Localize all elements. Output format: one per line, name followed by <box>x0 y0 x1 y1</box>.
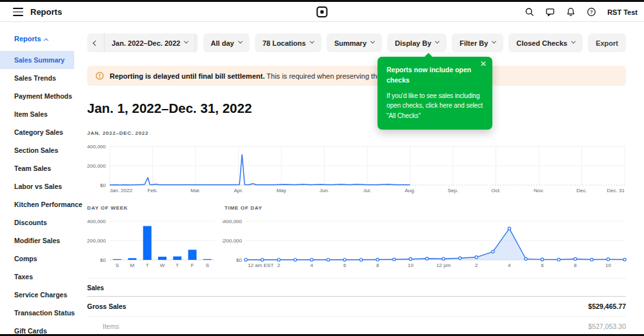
warning-icon <box>96 72 104 80</box>
svg-text:$0: $0 <box>100 257 106 263</box>
svg-text:8: 8 <box>376 262 379 268</box>
svg-text:12 pm: 12 pm <box>436 262 451 268</box>
report-toolbar: Jan. 2022–Dec. 2022 All day78 LocationsS… <box>87 34 626 52</box>
hamburger-menu-icon[interactable] <box>13 8 23 16</box>
filter-button-closed-checks[interactable]: Closed Checks <box>508 34 583 52</box>
chevron-down-icon <box>492 39 496 43</box>
account-name[interactable]: RST Test <box>607 8 638 16</box>
sidebar-item-comps[interactable]: Comps <box>0 250 74 268</box>
monthly-sales-chart: $400,000$200,000$0Jan. 2022Feb.Mar.Apr.M… <box>87 141 632 197</box>
svg-text:W: W <box>160 262 165 268</box>
svg-text:Oct.: Oct. <box>491 188 501 193</box>
sidebar-item-sales-trends[interactable]: Sales Trends <box>0 69 74 87</box>
svg-text:Apr.: Apr. <box>234 188 243 193</box>
header-actions: ? RST Test <box>525 2 638 22</box>
sidebar-item-item-sales[interactable]: Item Sales <box>0 105 74 123</box>
delayed-reporting-banner: Reporting is delayed until final bill se… <box>87 66 626 86</box>
date-range-control: Jan. 2022–Dec. 2022 <box>87 34 198 52</box>
svg-text:4: 4 <box>310 262 314 268</box>
svg-text:10: 10 <box>605 262 611 268</box>
svg-text:Jan. 2022: Jan. 2022 <box>110 188 133 193</box>
sidebar-item-category-sales[interactable]: Category Sales <box>0 123 74 141</box>
svg-text:$0: $0 <box>236 257 242 263</box>
monthly-chart-label: JAN. 2022–DEC. 2022 <box>87 130 148 136</box>
table-row-items[interactable]: Items$527,053.30 <box>87 317 626 336</box>
sales-summary-table: Sales Gross Sales$529,465.77Items$527,05… <box>87 278 626 336</box>
tooltip-body: If you'd like to see sales including ope… <box>387 91 483 121</box>
svg-text:S: S <box>206 262 209 268</box>
svg-text:2: 2 <box>277 262 281 268</box>
day-of-week-chart: $400,000$200,000$0SMTWTFS <box>87 215 224 272</box>
svg-text:Aug.: Aug. <box>405 188 415 193</box>
table-rows: Gross Sales$529,465.77Items$527,053.30 <box>87 297 626 336</box>
svg-text:Jun.: Jun. <box>319 188 329 193</box>
table-section-header: Sales <box>87 279 626 297</box>
sidebar-item-payment-methods[interactable]: Payment Methods <box>0 87 74 105</box>
notifications-bell-icon[interactable] <box>566 7 576 17</box>
svg-text:T: T <box>176 262 179 268</box>
svg-text:$400,000: $400,000 <box>223 219 243 224</box>
square-logo-icon[interactable] <box>317 6 328 17</box>
tooltip-title: Reports now include open checks <box>387 65 483 86</box>
app-title: Reports <box>30 7 62 17</box>
filter-button-display-by[interactable]: Display By <box>387 34 447 52</box>
table-row-gross-sales[interactable]: Gross Sales$529,465.77 <box>87 297 626 317</box>
sidebar-nav-list: Sales SummarySales TrendsPayment Methods… <box>0 51 74 336</box>
messages-icon[interactable] <box>545 7 555 17</box>
next-period-button[interactable] <box>195 34 197 52</box>
search-icon[interactable] <box>525 7 534 17</box>
svg-text:Nov.: Nov. <box>534 188 544 193</box>
sidebar-item-taxes[interactable]: Taxes <box>0 268 74 286</box>
svg-text:6: 6 <box>541 262 544 268</box>
help-icon[interactable]: ? <box>587 7 596 17</box>
chevron-down-icon <box>310 39 314 43</box>
export-button[interactable]: Export <box>588 34 626 52</box>
sidebar-item-section-sales[interactable]: Section Sales <box>0 141 74 159</box>
time-of-day-chart: $400,000$200,000$012 am EST24681012 pm24… <box>223 215 636 272</box>
sidebar-item-labor-vs-sales[interactable]: Labor vs Sales <box>0 177 74 195</box>
chevron-left-icon <box>93 40 98 45</box>
sidebar-item-discounts[interactable]: Discounts <box>0 213 74 232</box>
svg-text:May: May <box>276 188 286 193</box>
svg-text:Mar.: Mar. <box>190 188 201 193</box>
prev-period-button[interactable] <box>87 34 104 52</box>
svg-text:M: M <box>130 262 135 268</box>
app-window: Reports ? RST Test Reports Sales Summary… <box>0 0 644 336</box>
filter-button-filter-by[interactable]: Filter By <box>452 34 503 52</box>
filter-button-all-day[interactable]: All day <box>203 34 250 52</box>
open-checks-tooltip: ✕ Reports now include open checks If you… <box>377 57 492 130</box>
banner-text-bold: Reporting is delayed until final bill se… <box>110 72 265 80</box>
sidebar-item-transaction-status[interactable]: Transaction Status <box>0 304 74 322</box>
sidebar-section-label: Reports <box>14 35 41 43</box>
sidebar-section-reports[interactable]: Reports <box>14 35 74 43</box>
sidebar-item-team-sales[interactable]: Team Sales <box>0 159 74 177</box>
chevron-down-icon <box>238 39 243 43</box>
svg-text:$200,000: $200,000 <box>223 238 243 244</box>
svg-text:10: 10 <box>408 262 414 268</box>
chevron-down-icon <box>370 39 375 43</box>
date-range-label: Jan. 2022–Dec. 2022 <box>112 39 180 47</box>
svg-text:Jul.: Jul. <box>363 188 371 193</box>
sidebar-item-service-charges[interactable]: Service Charges <box>0 286 74 304</box>
sidebar-item-modifier-sales[interactable]: Modifier Sales <box>0 232 74 250</box>
svg-text:S: S <box>116 262 119 268</box>
svg-text:6: 6 <box>343 262 347 268</box>
svg-text:$400,000: $400,000 <box>87 144 106 150</box>
svg-text:Feb.: Feb. <box>147 188 157 193</box>
filter-button-78-locations[interactable]: 78 Locations <box>255 34 321 52</box>
date-range-dropdown[interactable]: Jan. 2022–Dec. 2022 <box>104 34 195 52</box>
svg-text:Dec. 31: Dec. 31 <box>607 188 625 193</box>
svg-text:8: 8 <box>574 262 577 268</box>
svg-text:$400,000: $400,000 <box>87 219 106 224</box>
svg-text:2: 2 <box>475 262 478 268</box>
close-icon[interactable]: ✕ <box>480 60 487 68</box>
sidebar-item-sales-summary[interactable]: Sales Summary <box>0 51 74 69</box>
window-top-edge <box>0 0 644 2</box>
svg-text:F: F <box>191 262 194 268</box>
chevron-down-icon <box>184 39 188 43</box>
day-of-week-chart-label: DAY OF WEEK <box>87 205 128 211</box>
svg-text:T: T <box>146 262 149 268</box>
filter-button-summary[interactable]: Summary <box>327 34 382 52</box>
svg-text:$200,000: $200,000 <box>87 238 106 244</box>
sidebar-item-kitchen-performance[interactable]: Kitchen Performance <box>0 195 74 213</box>
